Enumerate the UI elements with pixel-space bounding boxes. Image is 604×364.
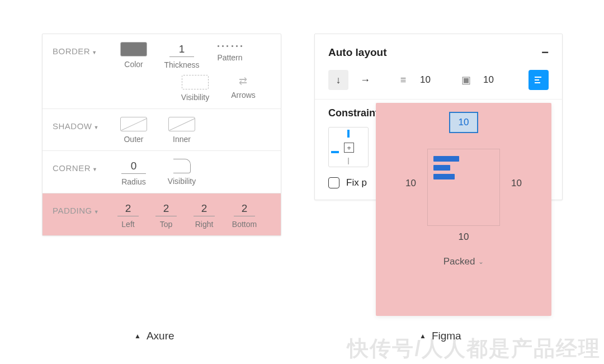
packing-mode-label: Packed (443, 256, 475, 267)
inner-shadow-icon (168, 117, 195, 131)
shadow-section: SHADOW Outer Inner (43, 109, 281, 151)
shadow-header[interactable]: SHADOW (53, 117, 106, 131)
padding-right-label: Right (195, 220, 214, 229)
padding-bottom-input[interactable] (234, 201, 255, 216)
arrows-label: Arrows (231, 91, 256, 100)
shadow-slots: Outer Inner (114, 117, 271, 144)
autolayout-title: Auto layout (328, 46, 387, 59)
constraints-box[interactable]: + (328, 127, 369, 167)
align-bar-icon (433, 156, 459, 162)
padding-top-label: Top (160, 220, 173, 229)
padding-right-value[interactable]: 10 (511, 178, 522, 189)
padding-popup[interactable]: 10 10 10 10 Packed ⌄ (376, 103, 551, 316)
corner-section: CORNER Radius Visibility (43, 151, 281, 193)
padding-left[interactable]: Left (114, 201, 142, 229)
spacing-value[interactable]: 10 (420, 74, 431, 86)
autolayout-header: Auto layout − (315, 34, 562, 68)
padding-bottom-label: Bottom (232, 220, 257, 229)
corner-vis-label: Visibility (168, 177, 196, 186)
chevron-down-icon: ⌄ (478, 258, 484, 266)
corner-shape-icon (173, 159, 191, 173)
alignment-preview[interactable] (427, 149, 500, 226)
pattern-icon (218, 42, 242, 50)
padding-section: PADDING Left Top Right Bottom (43, 193, 281, 235)
radius-input[interactable] (121, 159, 146, 174)
shadow-outer[interactable]: Outer (114, 117, 153, 144)
align-bar-icon (433, 174, 455, 179)
outer-shadow-icon (120, 117, 147, 131)
padding-top[interactable]: Top (152, 201, 180, 229)
axure-caption-text: Axure (147, 330, 174, 342)
axure-caption: ▲ Axure (134, 330, 174, 342)
padding-bottom[interactable]: Bottom (228, 201, 261, 229)
padding-value[interactable]: 10 (483, 74, 494, 86)
packing-mode-select[interactable]: Packed ⌄ (443, 256, 484, 267)
axure-panel: BORDER Color Thickness Pattern Visibilit… (42, 34, 281, 236)
direction-vertical-button[interactable]: ↓ (328, 70, 348, 90)
padding-right-input[interactable] (194, 201, 215, 216)
fix-position-checkbox[interactable] (328, 177, 339, 188)
padding-top-value[interactable]: 10 (449, 112, 478, 133)
autolayout-controls: ↓ → ≡ 10 ▣ 10 (315, 68, 562, 99)
corner-visibility[interactable]: Visibility (162, 159, 201, 186)
radius-label: Radius (121, 177, 146, 186)
border-pattern[interactable]: Pattern (210, 42, 249, 69)
watermark-text: 快传号/人人都是产品经理 (347, 334, 601, 363)
corner-radius[interactable]: Radius (114, 159, 153, 186)
visibility-icon (182, 75, 209, 89)
padding-slots: Left Top Right Bottom (114, 201, 271, 229)
padding-left-value[interactable]: 10 (405, 178, 416, 189)
color-swatch-icon[interactable] (120, 42, 147, 56)
visibility-label: Visibility (181, 93, 209, 102)
padding-icon: ▣ (456, 70, 476, 90)
svg-rect-1 (535, 79, 539, 81)
remove-autolayout-button[interactable]: − (541, 46, 549, 59)
border-header[interactable]: BORDER (53, 42, 106, 56)
border-color-label: Color (124, 60, 143, 69)
padding-header[interactable]: PADDING (53, 201, 106, 215)
border-visibility[interactable]: Visibility (176, 75, 215, 102)
border-thickness[interactable]: Thickness (162, 42, 201, 69)
svg-rect-0 (535, 77, 541, 78)
border-color[interactable]: Color (114, 42, 153, 69)
align-bar-icon (433, 165, 450, 171)
padding-right[interactable]: Right (190, 201, 218, 229)
outer-label: Outer (124, 135, 143, 144)
border-section: BORDER Color Thickness Pattern Visibilit… (43, 34, 281, 109)
alignment-options-button[interactable] (528, 70, 549, 90)
direction-horizontal-button[interactable]: → (355, 70, 375, 90)
border-slots: Color Thickness Pattern Visibility ⇄ Arr… (114, 42, 271, 102)
padding-bottom-value[interactable]: 10 (459, 231, 469, 243)
corner-slots: Radius Visibility (114, 159, 271, 186)
shadow-inner[interactable]: Inner (162, 117, 201, 144)
fix-position-label: Fix p (346, 177, 367, 188)
padding-top-input[interactable] (155, 201, 177, 216)
thickness-input[interactable] (169, 42, 194, 57)
thickness-label: Thickness (164, 60, 199, 69)
arrows-icon: ⇄ (239, 75, 248, 87)
padding-left-label: Left (121, 220, 134, 229)
svg-rect-2 (535, 82, 540, 83)
corner-header[interactable]: CORNER (53, 159, 106, 173)
pattern-label: Pattern (217, 53, 242, 62)
padding-left-input[interactable] (117, 201, 139, 216)
triangle-up-icon: ▲ (134, 332, 141, 340)
border-arrows[interactable]: ⇄ Arrows (224, 75, 263, 102)
spacing-icon: ≡ (393, 70, 413, 90)
inner-label: Inner (173, 135, 191, 144)
